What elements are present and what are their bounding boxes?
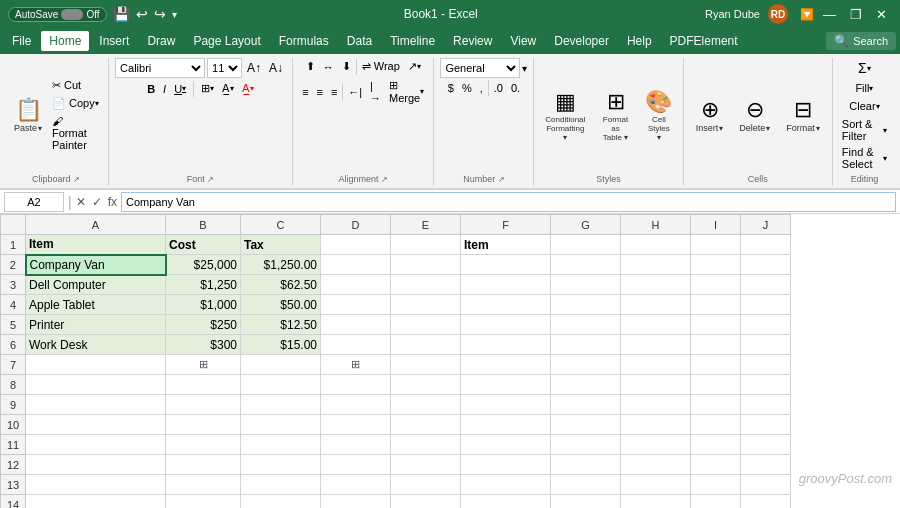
cell-b9[interactable] (166, 395, 241, 415)
cell-h14[interactable] (621, 495, 691, 509)
format-painter-button[interactable]: 🖌 Format Painter (49, 113, 102, 153)
cell-e10[interactable] (391, 415, 461, 435)
cell-f10[interactable] (461, 415, 551, 435)
cell-f7[interactable] (461, 355, 551, 375)
cell-d11[interactable] (321, 435, 391, 455)
cell-e14[interactable] (391, 495, 461, 509)
cell-j4[interactable] (741, 295, 791, 315)
row-header-12[interactable]: 12 (1, 455, 26, 475)
cell-b3[interactable]: $1,250 (166, 275, 241, 295)
cell-a10[interactable] (26, 415, 166, 435)
cell-c3[interactable]: $62.50 (241, 275, 321, 295)
cell-g2[interactable] (551, 255, 621, 275)
user-avatar[interactable]: RD (768, 4, 788, 24)
sort-filter-button[interactable]: Sort & Filter ▾ (839, 116, 890, 144)
align-right-button[interactable]: ≡ (328, 84, 340, 100)
row-header-4[interactable]: 4 (1, 295, 26, 315)
cell-a4[interactable]: Apple Tablet (26, 295, 166, 315)
row-header-11[interactable]: 11 (1, 435, 26, 455)
cell-e3[interactable] (391, 275, 461, 295)
cell-f9[interactable] (461, 395, 551, 415)
undo-icon[interactable]: ↩ (136, 6, 148, 22)
col-header-g[interactable]: G (551, 215, 621, 235)
cell-j3[interactable] (741, 275, 791, 295)
cell-c8[interactable] (241, 375, 321, 395)
cell-a6[interactable]: Work Desk (26, 335, 166, 355)
align-top-button[interactable]: ⬆ (303, 58, 318, 75)
format-button[interactable]: ⊟ Format ▾ (780, 91, 826, 139)
increase-decimal-button[interactable]: .0 (491, 80, 506, 96)
cell-j8[interactable] (741, 375, 791, 395)
cell-c12[interactable] (241, 455, 321, 475)
cell-c1[interactable]: Tax (241, 235, 321, 255)
cell-i11[interactable] (691, 435, 741, 455)
save-icon[interactable]: 💾 (113, 6, 130, 22)
col-header-h[interactable]: H (621, 215, 691, 235)
underline-button[interactable]: U ▾ (171, 81, 189, 97)
decrease-font-button[interactable]: A↓ (266, 59, 286, 77)
redo-icon[interactable]: ↪ (154, 6, 166, 22)
cell-c7[interactable] (241, 355, 321, 375)
cell-i4[interactable] (691, 295, 741, 315)
cell-h3[interactable] (621, 275, 691, 295)
cell-a7[interactable] (26, 355, 166, 375)
cell-c10[interactable] (241, 415, 321, 435)
menu-data[interactable]: Data (339, 31, 380, 51)
cell-j6[interactable] (741, 335, 791, 355)
cancel-formula-icon[interactable]: ✕ (76, 195, 86, 209)
col-header-d[interactable]: D (321, 215, 391, 235)
cell-h13[interactable] (621, 475, 691, 495)
align-center-button[interactable]: ≡ (314, 84, 326, 100)
autosave-toggle[interactable]: AutoSave Off (8, 7, 107, 22)
cell-e9[interactable] (391, 395, 461, 415)
cell-a11[interactable] (26, 435, 166, 455)
decrease-decimal-button[interactable]: 0. (508, 80, 523, 96)
increase-font-button[interactable]: A↑ (244, 59, 264, 77)
menu-view[interactable]: View (502, 31, 544, 51)
fill-button[interactable]: Fill ▾ (852, 80, 876, 96)
cell-a13[interactable] (26, 475, 166, 495)
cell-b2[interactable]: $25,000 (166, 255, 241, 275)
indent-decrease-button[interactable]: ←| (345, 84, 365, 100)
cell-e11[interactable] (391, 435, 461, 455)
cell-j9[interactable] (741, 395, 791, 415)
cell-d5[interactable] (321, 315, 391, 335)
cell-e12[interactable] (391, 455, 461, 475)
row-header-13[interactable]: 13 (1, 475, 26, 495)
cell-d2[interactable] (321, 255, 391, 275)
cell-j14[interactable] (741, 495, 791, 509)
cell-a14[interactable] (26, 495, 166, 509)
cell-g3[interactable] (551, 275, 621, 295)
cell-g11[interactable] (551, 435, 621, 455)
col-header-a[interactable]: A (26, 215, 166, 235)
cell-d7[interactable]: ⊞ (321, 355, 391, 375)
cell-i1[interactable] (691, 235, 741, 255)
cell-g8[interactable] (551, 375, 621, 395)
menu-draw[interactable]: Draw (139, 31, 183, 51)
cell-d4[interactable] (321, 295, 391, 315)
cell-h5[interactable] (621, 315, 691, 335)
bold-button[interactable]: B (144, 81, 158, 97)
cell-g10[interactable] (551, 415, 621, 435)
row-header-8[interactable]: 8 (1, 375, 26, 395)
cell-e8[interactable] (391, 375, 461, 395)
col-header-j[interactable]: J (741, 215, 791, 235)
menu-page-layout[interactable]: Page Layout (185, 31, 268, 51)
currency-button[interactable]: $ (445, 80, 457, 96)
cell-i3[interactable] (691, 275, 741, 295)
col-header-f[interactable]: F (461, 215, 551, 235)
cell-h6[interactable] (621, 335, 691, 355)
cell-j12[interactable] (741, 455, 791, 475)
cell-b7[interactable]: ⊞ (166, 355, 241, 375)
cell-a9[interactable] (26, 395, 166, 415)
cell-i12[interactable] (691, 455, 741, 475)
cell-f4[interactable] (461, 295, 551, 315)
cell-reference-input[interactable]: A2 (4, 192, 64, 212)
find-select-button[interactable]: Find & Select ▾ (839, 144, 890, 172)
menu-pdfelement[interactable]: PDFElement (662, 31, 746, 51)
merge-button[interactable]: ⊞ Merge ▾ (386, 77, 427, 106)
cell-i14[interactable] (691, 495, 741, 509)
conditional-formatting-button[interactable]: ▦ ConditionalFormatting ▾ (540, 91, 590, 139)
cell-c4[interactable]: $50.00 (241, 295, 321, 315)
cell-g1[interactable] (551, 235, 621, 255)
